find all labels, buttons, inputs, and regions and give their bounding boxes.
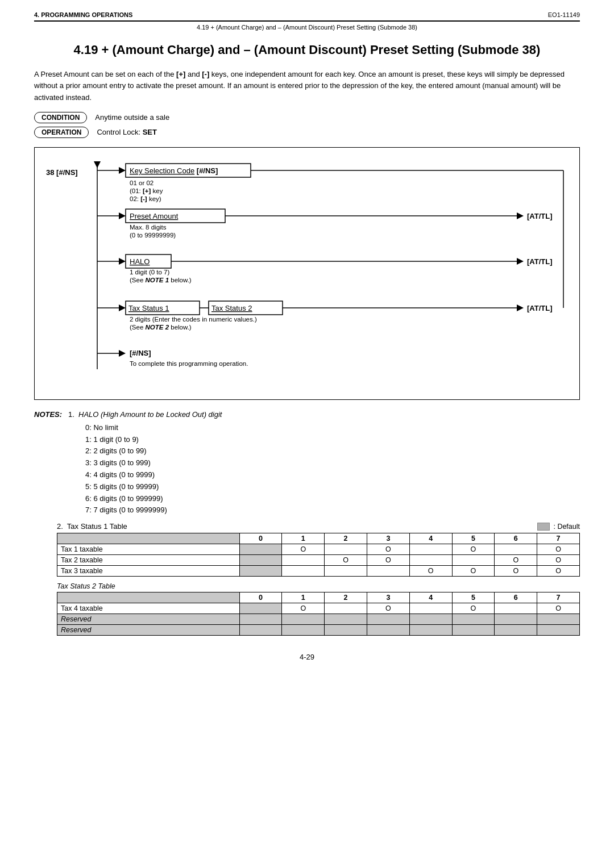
cell-3: [367, 614, 409, 625]
cell-4: [409, 625, 452, 636]
tax-status-1-table: 0 1 2 3 4 5 6 7 Tax 1 taxable O O: [57, 533, 580, 577]
cell-6: O: [495, 555, 537, 566]
svg-marker-38: [517, 304, 524, 311]
table2-header-row: 0 1 2 3 4 5 6 7: [57, 592, 580, 603]
cell-4: [409, 544, 452, 555]
condition-row: CONDITION Anytime outside a sale: [34, 112, 580, 123]
col-2-header: 2: [325, 592, 367, 603]
svg-text:HALO: HALO: [130, 257, 150, 266]
cell-5: [452, 614, 495, 625]
col-6-header: 6: [495, 533, 537, 544]
svg-text:[#/NS]: [#/NS]: [130, 349, 151, 357]
header-doc-id: EO1-11149: [548, 11, 580, 18]
cell-4: [409, 555, 452, 566]
cell-1: [282, 555, 325, 566]
cell-5: [452, 555, 495, 566]
col-7-header: 7: [537, 592, 580, 603]
col-3-header: 3: [367, 533, 409, 544]
cell-2: [325, 544, 367, 555]
svg-marker-31: [119, 304, 126, 311]
halo-item-6: 6: 6 digits (0 to 999999): [85, 493, 580, 505]
svg-text:(See NOTE 2 below.): (See NOTE 2 below.): [130, 324, 192, 331]
col-1-header: 1: [282, 592, 325, 603]
cell-0: [239, 544, 282, 555]
cell-0: [239, 625, 282, 636]
cell-4: [409, 614, 452, 625]
cell-4: O: [409, 566, 452, 577]
svg-text:2 digits (Enter the codes in n: 2 digits (Enter the codes in numeric val…: [130, 316, 257, 323]
note2-section: 2. Tax Status 1 Table : Default 0 1 2 3 …: [57, 522, 580, 636]
cell-7: O: [537, 555, 580, 566]
table-row: Reserved: [57, 614, 580, 625]
col-4-header: 4: [409, 533, 452, 544]
halo-item-0: 0: No limit: [85, 422, 580, 434]
cell-1: [282, 614, 325, 625]
cell-3: [367, 625, 409, 636]
cell-7: O: [537, 566, 580, 577]
svg-text:Max. 8 digits: Max. 8 digits: [130, 224, 167, 231]
row-label: Tax 4 taxable: [57, 603, 240, 614]
cell-5: O: [452, 566, 495, 577]
condition-badge: CONDITION: [34, 112, 87, 123]
row-label: Tax 3 taxable: [57, 566, 240, 577]
svg-text:(01: [+] key: (01: [+] key: [130, 187, 163, 194]
cell-7: [537, 625, 580, 636]
tax-status-2-table: 0 1 2 3 4 5 6 7 Tax 4 taxable O O: [57, 592, 580, 636]
svg-text:Preset Amount: Preset Amount: [130, 212, 179, 220]
default-box: [537, 523, 550, 531]
notes-title-label: NOTES:: [34, 410, 62, 419]
col-label-header: [57, 592, 240, 603]
notes-header: NOTES: 1. HALO (High Amount to be Locked…: [34, 409, 580, 421]
svg-text:[AT/TL]: [AT/TL]: [527, 304, 553, 312]
col-5-header: 5: [452, 592, 495, 603]
svg-text:Tax Status 2: Tax Status 2: [211, 304, 252, 312]
note2-label: 2. Tax Status 1 Table: [57, 522, 127, 531]
svg-text:[AT/TL]: [AT/TL]: [527, 212, 553, 220]
col-1-header: 1: [282, 533, 325, 544]
table2-title: Tax Status 2 Table: [57, 582, 580, 590]
col-3-header: 3: [367, 592, 409, 603]
col-7-header: 7: [537, 533, 580, 544]
col-5-header: 5: [452, 533, 495, 544]
halo-item-2: 2: 2 digits (0 to 99): [85, 445, 580, 457]
cell-3: O: [367, 603, 409, 614]
page-number: 4-29: [34, 653, 580, 661]
cell-0: [239, 566, 282, 577]
svg-marker-22: [119, 258, 126, 265]
cell-0: [239, 555, 282, 566]
cell-0: [239, 614, 282, 625]
condition-text: Anytime outside a sale: [95, 113, 169, 122]
svg-marker-12: [119, 212, 126, 219]
cell-2: [325, 625, 367, 636]
svg-marker-3: [119, 167, 126, 174]
col-6-header: 6: [495, 592, 537, 603]
table1-header-row: 0 1 2 3 4 5 6 7: [57, 533, 580, 544]
cell-2: O: [325, 555, 367, 566]
row-label: Reserved: [57, 614, 240, 625]
col-4-header: 4: [409, 592, 452, 603]
cell-7: O: [537, 603, 580, 614]
operation-badge: OPERATION: [34, 127, 89, 138]
operation-text: Control Lock: SET: [97, 128, 157, 136]
header-section: 4. PROGRAMMING OPERATIONS: [34, 11, 132, 18]
halo-item-7: 7: 7 digits (0 to 9999999): [85, 504, 580, 516]
cell-6: [495, 625, 537, 636]
cell-3: [367, 566, 409, 577]
svg-marker-4: [94, 161, 101, 168]
svg-text:Key Selection Code [#/NS]: Key Selection Code [#/NS]: [130, 166, 218, 175]
halo-item-4: 4: 4 digits (0 to 9999): [85, 469, 580, 481]
notes-section: NOTES: 1. HALO (High Amount to be Locked…: [34, 409, 580, 636]
svg-text:To complete this programming o: To complete this programming operation.: [130, 360, 248, 367]
halo-item-5: 5: 5 digits (0 to 99999): [85, 481, 580, 493]
flow-svg: 38 [#/NS] Key Selection Code [#/NS] 01 o…: [40, 153, 575, 392]
cell-3: O: [367, 544, 409, 555]
row-label: Tax 1 taxable: [57, 544, 240, 555]
cell-6: [495, 544, 537, 555]
halo-item-1: 1: 1 digit (0 to 9): [85, 434, 580, 446]
default-indicator: : Default: [537, 523, 580, 531]
cell-2: [325, 566, 367, 577]
col-2-header: 2: [325, 533, 367, 544]
svg-text:38 [#/NS]: 38 [#/NS]: [46, 168, 78, 177]
cell-5: O: [452, 603, 495, 614]
svg-marker-26: [517, 258, 524, 265]
